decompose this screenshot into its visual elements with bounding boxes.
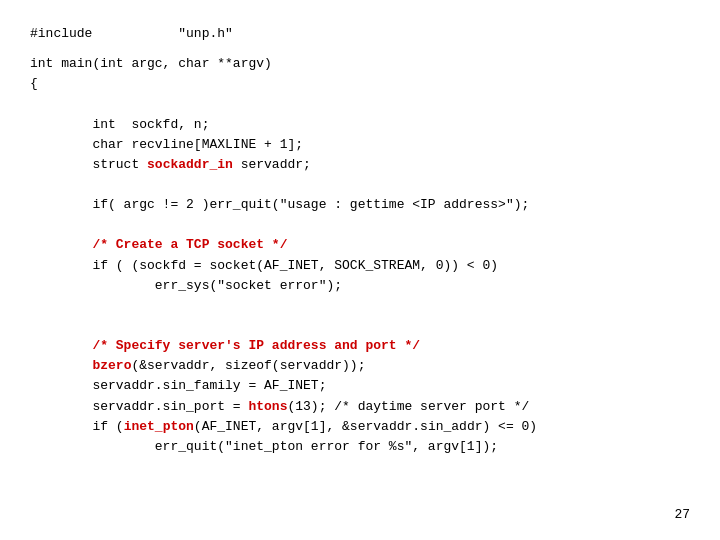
- blank-line-4: [30, 215, 690, 235]
- line-if-argc: if( argc != 2 )err_quit("usage : gettime…: [30, 195, 690, 215]
- line-sin-family: servaddr.sin_family = AF_INET;: [30, 376, 690, 396]
- blank-line-3: [30, 175, 690, 195]
- line-err-quit: err_quit("inet_pton error for %s", argv[…: [30, 437, 690, 457]
- line-comment-specify: /* Specify server's IP address and port …: [30, 336, 690, 356]
- line-if-inet: if (inet_pton(AF_INET, argv[1], &servadd…: [30, 417, 690, 437]
- line-var-int: int sockfd, n;: [30, 115, 690, 135]
- page-number: 27: [674, 507, 690, 522]
- line-err-sys: err_sys("socket error");: [30, 276, 690, 296]
- line-include: #include "unp.h": [30, 24, 690, 44]
- blank-line-5: [30, 296, 690, 316]
- line-var-char: char recvline[MAXLINE + 1];: [30, 135, 690, 155]
- line-main-sig: int main(int argc, char **argv): [30, 54, 690, 74]
- line-if-sockfd: if ( (sockfd = socket(AF_INET, SOCK_STRE…: [30, 256, 690, 276]
- line-var-struct: struct sockaddr_in servaddr;: [30, 155, 690, 175]
- line-bzero: bzero(&servaddr, sizeof(servaddr));: [30, 356, 690, 376]
- blank-line-2: [30, 94, 690, 114]
- line-open-brace: {: [30, 74, 690, 94]
- line-sin-port: servaddr.sin_port = htons(13); /* daytim…: [30, 397, 690, 417]
- blank-line-6: [30, 316, 690, 336]
- code-block: #include "unp.h" int main(int argc, char…: [0, 0, 720, 481]
- line-comment-tcp: /* Create a TCP socket */: [30, 235, 690, 255]
- blank-line-1: [30, 44, 690, 54]
